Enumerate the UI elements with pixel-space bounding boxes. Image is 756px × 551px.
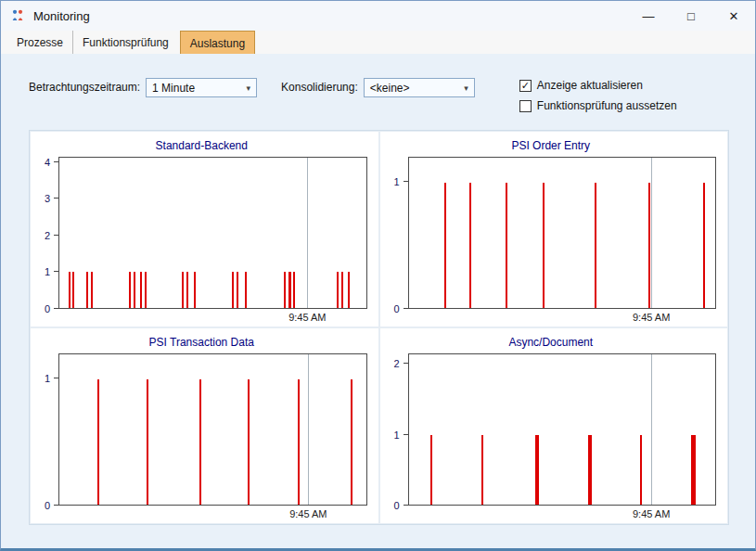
y-axis: 012 xyxy=(386,353,408,506)
minimize-icon[interactable]: — xyxy=(627,1,670,31)
refresh-checkbox[interactable]: ✓ Anzeige aktualisieren xyxy=(519,78,677,93)
suspend-checkbox-label: Funktionsprüfung aussetzen xyxy=(537,99,677,112)
consolidation-select[interactable]: <keine> ▾ xyxy=(364,78,475,97)
consolidation-label: Konsolidierung: xyxy=(281,78,358,97)
checkbox-group: ✓ Anzeige aktualisieren Funktionsprüfung… xyxy=(519,78,677,113)
close-icon[interactable]: ✕ xyxy=(712,1,755,31)
y-axis: 01 xyxy=(386,157,408,309)
tab-auslastung[interactable]: Auslastung xyxy=(180,31,255,54)
x-axis: 9:45 AM xyxy=(58,309,367,325)
tab-bar: Prozesse Funktionsprüfung Auslastung xyxy=(1,31,755,54)
y-axis: 01234 xyxy=(36,157,58,309)
time-label: 9:45 AM xyxy=(633,508,670,519)
suspend-checkbox[interactable]: Funktionsprüfung aussetzen xyxy=(519,98,677,113)
plot-area xyxy=(408,353,717,506)
window-controls: — □ ✕ xyxy=(627,1,755,31)
x-axis: 9:45 AM xyxy=(408,506,717,521)
chevron-down-icon: ▾ xyxy=(464,83,468,93)
y-axis: 01 xyxy=(36,353,58,506)
x-axis: 9:45 AM xyxy=(408,309,717,325)
chart-title: Async/Document xyxy=(386,336,717,349)
chart-psi-transaction-data: PSI Transaction Data 01 9:45 AM xyxy=(30,327,379,524)
plot-area xyxy=(58,157,367,309)
auslastung-panel: Betrachtungszeitraum: 1 Minute ▾ Konsoli… xyxy=(1,54,755,548)
consolidation-value: <keine> xyxy=(370,82,410,95)
period-select[interactable]: 1 Minute ▾ xyxy=(146,78,257,97)
checkbox-unchecked-icon xyxy=(519,100,532,112)
chart-psi-order-entry: PSI Order Entry 01 9:45 AM xyxy=(379,131,729,327)
charts-grid: Standard-Backend 01234 9:45 AM PSI Order… xyxy=(29,130,729,525)
window-title: Monitoring xyxy=(33,9,90,23)
maximize-icon[interactable]: □ xyxy=(670,1,712,31)
titlebar: Monitoring — □ ✕ xyxy=(1,1,755,31)
period-value: 1 Minute xyxy=(152,82,195,95)
chart-title: PSI Order Entry xyxy=(386,139,717,152)
monitoring-window: Monitoring — □ ✕ Prozesse Funktionsprüfu… xyxy=(0,0,756,551)
app-icon xyxy=(10,8,25,23)
x-axis: 9:45 AM xyxy=(58,506,367,521)
time-label: 9:45 AM xyxy=(633,312,670,323)
chart-title: PSI Transaction Data xyxy=(36,336,367,349)
time-label: 9:45 AM xyxy=(288,312,326,323)
chart-title: Standard-Backend xyxy=(36,139,367,152)
chart-async-document: Async/Document 012 9:45 AM xyxy=(379,327,729,524)
time-label: 9:45 AM xyxy=(289,508,327,519)
chevron-down-icon: ▾ xyxy=(247,83,251,93)
controls-row: Betrachtungszeitraum: 1 Minute ▾ Konsoli… xyxy=(29,78,729,113)
period-label: Betrachtungszeitraum: xyxy=(29,78,140,97)
plot-area xyxy=(408,157,717,309)
refresh-checkbox-label: Anzeige aktualisieren xyxy=(537,79,643,92)
tab-funktionspruefung[interactable]: Funktionsprüfung xyxy=(73,31,178,54)
plot-area xyxy=(58,353,367,506)
tab-prozesse[interactable]: Prozesse xyxy=(7,31,73,54)
chart-standard-backend: Standard-Backend 01234 9:45 AM xyxy=(30,131,379,327)
checkbox-checked-icon: ✓ xyxy=(519,80,532,92)
